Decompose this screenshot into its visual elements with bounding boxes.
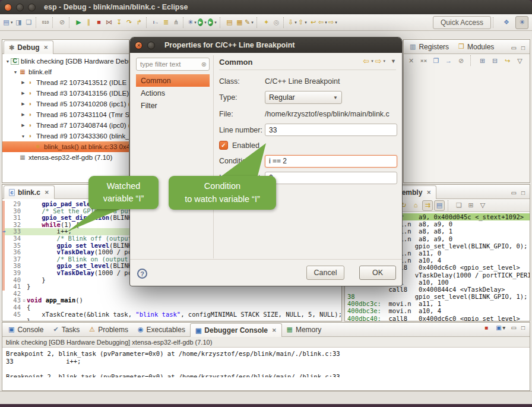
quick-access-button[interactable]: Quick Access	[433, 16, 491, 29]
chevron-down-icon[interactable]: ▼	[5, 59, 11, 64]
view-menu-button[interactable]: ▽	[477, 200, 488, 211]
tab-debug[interactable]: ✱Debug✕	[4, 40, 53, 54]
pin-view-button[interactable]: ⊞	[466, 200, 476, 211]
console-output[interactable]: Breakpoint 2, blink_task (pvParameter=0x…	[2, 348, 530, 377]
step-over-button[interactable]: ↷	[124, 17, 134, 29]
tree-item[interactable]: ▶◗Thread #5 1073410208 (ipc1) (Suspended…	[2, 99, 129, 109]
back-button[interactable]: ⇦▾	[318, 17, 328, 29]
collapse-all-button[interactable]: ⊟	[490, 55, 500, 67]
debug-button[interactable]: ✳▾	[188, 17, 198, 29]
back-arrow-icon[interactable]: ⇦	[363, 56, 369, 65]
tree-item[interactable]: ▼◗Thread #9 1073433360 (blink_task : Sus…	[2, 131, 129, 141]
tab-modules[interactable]: ❒Modules	[454, 40, 499, 53]
instruction-stepping-button[interactable]: i→	[151, 17, 161, 29]
forward-button[interactable]: ⇨▾	[328, 17, 338, 29]
next-annotation-button[interactable]: ⇩▾	[288, 17, 298, 29]
maximize-icon[interactable]: □	[521, 190, 525, 196]
open-type-button[interactable]: ▦	[235, 17, 245, 29]
minimize-icon[interactable]: ▭	[511, 190, 517, 196]
nav-item-actions[interactable]: Actions	[136, 87, 210, 99]
ok-button[interactable]: OK	[359, 266, 396, 280]
disconnect-button[interactable]: ⋈	[104, 17, 114, 29]
chevron-right-icon[interactable]: ▶	[20, 80, 26, 85]
fold-icon[interactable]: ⊟	[21, 297, 27, 304]
dialog-close-button[interactable]: ✕	[135, 42, 142, 49]
perspective-cpp-button[interactable]: ❖	[500, 16, 513, 29]
tab-blink-c[interactable]: cblink.c✕	[4, 185, 55, 199]
drop-to-frame-button[interactable]: ≣	[161, 17, 171, 29]
maximize-icon[interactable]: □	[521, 325, 525, 331]
tab-registers[interactable]: ▥Registers	[405, 40, 454, 53]
chevron-down-icon[interactable]: ▼	[12, 70, 18, 74]
tab-problems[interactable]: ⚠Problems	[84, 323, 133, 336]
tab-debugger-console[interactable]: ▣Debugger Console✕	[190, 323, 282, 337]
profile-button[interactable]: ◎	[271, 17, 281, 29]
show-source-button[interactable]: ▤	[434, 200, 445, 211]
forward-dropdown-icon[interactable]: ▾	[384, 59, 386, 64]
dialog-minimize-button[interactable]	[147, 42, 155, 49]
run-button[interactable]: ▶▾	[198, 17, 208, 29]
condition-input[interactable]	[265, 155, 397, 168]
use-step-filters-button[interactable]: ⋔	[171, 17, 181, 29]
minimize-icon[interactable]: ▭	[511, 325, 517, 331]
window-minimize-button[interactable]	[16, 4, 24, 11]
remove-all-breakpoints-button[interactable]: ✕✕	[419, 55, 429, 67]
tree-item[interactable]: ▶◗Thread #3 1073413156 (IDLE) (Suspended…	[2, 88, 129, 99]
search-button[interactable]: ✎▾	[245, 17, 255, 29]
go-to-file-button[interactable]: →	[444, 55, 454, 67]
cancel-button[interactable]: Cancel	[306, 266, 344, 280]
close-icon[interactable]: ✕	[426, 190, 431, 195]
expand-all-button[interactable]: ⊞	[477, 55, 487, 67]
terminate-button[interactable]: ■	[94, 17, 104, 29]
chevron-right-icon[interactable]: ▶	[20, 123, 26, 128]
chevron-right-icon[interactable]: ▶	[20, 91, 26, 96]
open-element-button[interactable]: ▤	[224, 17, 235, 29]
help-icon[interactable]: ?	[137, 269, 147, 279]
step-into-button[interactable]: ↧	[114, 17, 124, 29]
resume-button[interactable]: ▶	[74, 17, 84, 29]
ignore-count-input[interactable]	[265, 172, 397, 184]
dialog-nav-list[interactable]: CommonActionsFilter	[136, 74, 210, 112]
display-console-button[interactable]: ▣▾	[496, 322, 506, 334]
breakpoint-icon[interactable]: ⇒	[2, 228, 10, 235]
last-edit-location-button[interactable]: ↩	[308, 17, 318, 29]
suspend-button[interactable]: ∥	[84, 17, 94, 29]
enabled-checkbox[interactable]: ✓	[219, 141, 228, 150]
tree-item[interactable]: ▼Cblink checking [GDB Hardware Debugging…	[2, 56, 129, 67]
chevron-right-icon[interactable]: ▶	[20, 102, 26, 106]
binary-file-button[interactable]: 010	[40, 17, 50, 29]
chevron-right-icon[interactable]: ▶	[20, 112, 26, 117]
new-wizard-button[interactable]: ▤▾	[4, 17, 14, 29]
close-icon[interactable]: ✕	[44, 45, 49, 51]
perspective-debug-button[interactable]: ✳	[515, 16, 528, 29]
external-tools-button[interactable]: ▶▾	[208, 17, 218, 29]
chevron-down-icon[interactable]: ▼	[20, 134, 26, 138]
debug-launch-tree[interactable]: ▼Cblink checking [GDB Hardware Debugging…	[2, 54, 129, 182]
terminate-console-button[interactable]: ■	[482, 322, 492, 334]
forward-arrow-icon[interactable]: ⇨	[375, 56, 382, 65]
close-icon[interactable]: ✕	[272, 327, 277, 333]
tree-item[interactable]: ▶◗Thread #2 1073413512 (IDLE : Running)	[2, 77, 129, 88]
skip-all-breakpoints-button[interactable]: ⊘	[57, 17, 67, 29]
skip-all-button[interactable]: ⊘	[456, 55, 466, 67]
window-close-button[interactable]	[4, 4, 12, 11]
tab-executables[interactable]: ◉Executables	[133, 323, 190, 336]
tab-memory[interactable]: ▦Memory	[282, 323, 327, 336]
window-maximize-button[interactable]	[28, 4, 36, 11]
previous-annotation-button[interactable]: ⇧▾	[298, 17, 308, 29]
save-button[interactable]: ◨	[14, 17, 24, 29]
nav-item-filter[interactable]: Filter	[136, 99, 210, 112]
show-breakpoints-for-button[interactable]: ❐	[431, 55, 441, 67]
back-dropdown-icon[interactable]: ▾	[371, 59, 373, 64]
tree-item[interactable]: ≡blink_task() at blink.c:33 0x400dbc28	[2, 141, 129, 152]
line-number-input[interactable]	[265, 124, 397, 136]
save-all-button[interactable]: ❏	[24, 17, 34, 29]
view-menu-button[interactable]: ▽	[515, 55, 525, 67]
mark-occurrences-button[interactable]: ✦	[261, 17, 271, 29]
tree-item[interactable]: ▶◗Thread #7 1073408744 (ipc0) (Suspended…	[2, 120, 129, 131]
tab-tasks[interactable]: ✔Tasks	[48, 323, 84, 336]
open-new-view-button[interactable]: ❏	[454, 200, 464, 211]
nav-item-common[interactable]: Common	[136, 74, 210, 87]
sync-pc-button[interactable]: ⇉	[422, 200, 433, 211]
maximize-icon[interactable]: □	[521, 45, 525, 51]
